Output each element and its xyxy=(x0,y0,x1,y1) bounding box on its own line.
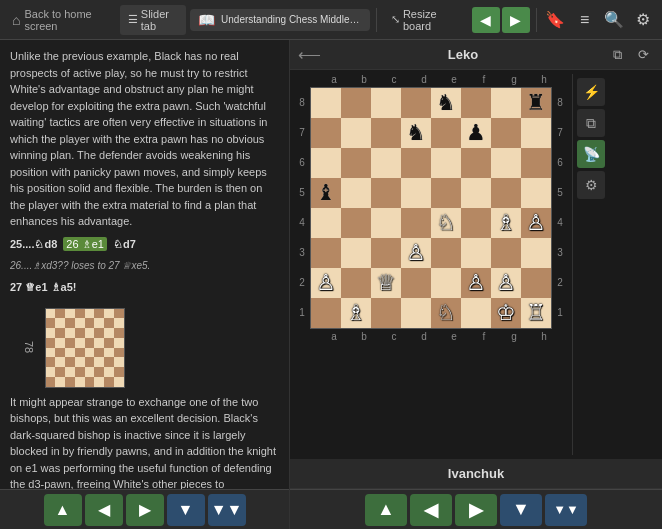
square-f7[interactable]: ♟ xyxy=(461,118,491,148)
square-h6[interactable] xyxy=(521,148,551,178)
square-a5[interactable]: ♝ xyxy=(311,178,341,208)
square-c1[interactable] xyxy=(371,298,401,328)
square-f3[interactable] xyxy=(461,238,491,268)
square-e3[interactable] xyxy=(431,238,461,268)
square-f4[interactable] xyxy=(461,208,491,238)
live-board-button[interactable]: 📡 xyxy=(577,140,605,168)
square-f6[interactable] xyxy=(461,148,491,178)
square-g8[interactable] xyxy=(491,88,521,118)
square-a4[interactable] xyxy=(311,208,341,238)
square-e6[interactable] xyxy=(431,148,461,178)
chapters-button[interactable]: ≡ xyxy=(572,6,597,34)
square-e2[interactable] xyxy=(431,268,461,298)
move-26b[interactable]: ♘d7 xyxy=(113,238,136,250)
square-e1[interactable]: ♘ xyxy=(431,298,461,328)
square-c8[interactable] xyxy=(371,88,401,118)
square-h5[interactable] xyxy=(521,178,551,208)
resize-board-button[interactable]: ⤡ Resize board xyxy=(383,5,464,35)
square-e5[interactable] xyxy=(431,178,461,208)
square-g6[interactable] xyxy=(491,148,521,178)
square-b7[interactable] xyxy=(341,118,371,148)
side-settings-button[interactable]: ⚙ xyxy=(577,171,605,199)
square-a2[interactable]: ♙ xyxy=(311,268,341,298)
square-d5[interactable] xyxy=(401,178,431,208)
square-b1[interactable]: ♗ xyxy=(341,298,371,328)
square-g1[interactable]: ♔ xyxy=(491,298,521,328)
square-h7[interactable] xyxy=(521,118,551,148)
mini-board xyxy=(45,308,125,388)
square-a7[interactable] xyxy=(311,118,341,148)
square-b5[interactable] xyxy=(341,178,371,208)
square-c6[interactable] xyxy=(371,148,401,178)
square-b6[interactable] xyxy=(341,148,371,178)
square-a1[interactable] xyxy=(311,298,341,328)
step-back-button[interactable]: ◀ xyxy=(472,7,500,33)
square-b3[interactable] xyxy=(341,238,371,268)
square-c3[interactable] xyxy=(371,238,401,268)
step-back-icon: ◀ xyxy=(480,12,491,28)
square-f2[interactable]: ♙ xyxy=(461,268,491,298)
board-next-move-button[interactable]: ▶ xyxy=(455,494,497,526)
text-area[interactable]: Unlike the previous example, Black has n… xyxy=(0,40,289,489)
board-prev-move-button[interactable]: ◀ xyxy=(410,494,452,526)
square-g5[interactable] xyxy=(491,178,521,208)
square-g7[interactable] xyxy=(491,118,521,148)
settings-button[interactable]: ⚙ xyxy=(631,6,656,34)
square-d4[interactable] xyxy=(401,208,431,238)
square-d6[interactable] xyxy=(401,148,431,178)
square-c4[interactable] xyxy=(371,208,401,238)
square-e7[interactable] xyxy=(431,118,461,148)
board-prev-variation-button[interactable]: ▲ xyxy=(365,494,407,526)
board-header-top: ⟵ Leko ⧉ ⟳ xyxy=(290,40,662,70)
square-b8[interactable] xyxy=(341,88,371,118)
square-c2[interactable]: ♕ xyxy=(371,268,401,298)
square-h4[interactable]: ♙ xyxy=(521,208,551,238)
square-d2[interactable] xyxy=(401,268,431,298)
copy-position-button[interactable]: ⧉ xyxy=(606,44,628,66)
file-h-bot: h xyxy=(529,331,559,342)
search-icon: 🔍 xyxy=(604,10,624,29)
square-h8[interactable]: ♜ xyxy=(521,88,551,118)
square-f5[interactable] xyxy=(461,178,491,208)
square-d7[interactable]: ♞ xyxy=(401,118,431,148)
copy-clipboard-button[interactable]: ⧉ xyxy=(577,109,605,137)
prev-move-button[interactable]: ◀ xyxy=(85,494,123,526)
square-b4[interactable] xyxy=(341,208,371,238)
move-25[interactable]: 25....♘d8 xyxy=(10,238,57,250)
find-text-button[interactable]: 🔍 xyxy=(601,6,626,34)
square-g2[interactable]: ♙ xyxy=(491,268,521,298)
bookmarks-button[interactable]: 🔖 xyxy=(543,6,568,34)
slider-tab-button[interactable]: ☰ Slider tab xyxy=(120,5,186,35)
home-button[interactable]: ⌂ Back to home screen xyxy=(6,4,116,36)
square-d3[interactable]: ♙ xyxy=(401,238,431,268)
square-c7[interactable] xyxy=(371,118,401,148)
next-variation-button[interactable]: ▼ xyxy=(167,494,205,526)
prev-variation-button[interactable]: ▲ xyxy=(44,494,82,526)
move-26-highlight[interactable]: 26 ♗e1 xyxy=(63,237,107,251)
square-a8[interactable] xyxy=(311,88,341,118)
square-c5[interactable] xyxy=(371,178,401,208)
step-forward-button[interactable]: ▶ xyxy=(502,7,530,33)
board-next-variation-button[interactable]: ▼ xyxy=(500,494,542,526)
square-f8[interactable] xyxy=(461,88,491,118)
square-f1[interactable] xyxy=(461,298,491,328)
square-d8[interactable] xyxy=(401,88,431,118)
chess-board[interactable]: ♞♜♞♟♝♘♗♙♙♙♕♙♙♗♘♔♖ xyxy=(310,87,552,329)
square-e4[interactable]: ♘ xyxy=(431,208,461,238)
square-d1[interactable] xyxy=(401,298,431,328)
rank-labels-right: 8 7 6 5 4 3 2 1 xyxy=(552,88,568,328)
square-e8[interactable]: ♞ xyxy=(431,88,461,118)
square-a6[interactable] xyxy=(311,148,341,178)
flip-board-button[interactable]: ⟳ xyxy=(632,44,654,66)
square-h2[interactable] xyxy=(521,268,551,298)
follow-main-line-button[interactable]: ▼▼ xyxy=(208,494,246,526)
square-g3[interactable] xyxy=(491,238,521,268)
square-g4[interactable]: ♗ xyxy=(491,208,521,238)
square-h3[interactable] xyxy=(521,238,551,268)
board-follow-main-line-button[interactable]: ▼▼ xyxy=(545,494,587,526)
square-a3[interactable] xyxy=(311,238,341,268)
next-move-button[interactable]: ▶ xyxy=(126,494,164,526)
square-h1[interactable]: ♖ xyxy=(521,298,551,328)
toggle-engine-button[interactable]: ⚡ xyxy=(577,78,605,106)
square-b2[interactable] xyxy=(341,268,371,298)
